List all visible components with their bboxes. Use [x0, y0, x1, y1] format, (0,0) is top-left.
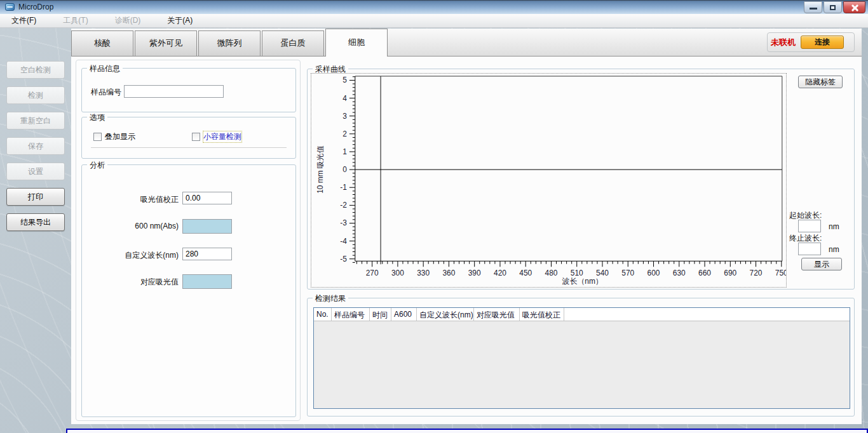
sidebar-button-4[interactable]: 设置	[6, 163, 65, 180]
col-sample-id: 样品编号	[332, 308, 370, 321]
svg-text:波长（nm）: 波长（nm）	[562, 277, 603, 286]
svg-text:0: 0	[342, 165, 347, 174]
tab-nucleic-acid[interactable]: 核酸	[71, 30, 133, 56]
col-corresponding-abs: 对应吸光值	[474, 308, 520, 321]
results-table[interactable]: No. 样品编号 时间 A600 自定义波长(nm) 对应吸光值 吸光值校正	[313, 307, 850, 409]
tab-cell[interactable]: 细胞	[325, 29, 388, 57]
svg-text:5: 5	[342, 76, 347, 84]
col-no: No.	[314, 308, 332, 321]
svg-text:480: 480	[545, 269, 558, 277]
minimize-icon	[810, 8, 817, 10]
options-group-label: 选项	[87, 112, 107, 123]
svg-text:4: 4	[342, 94, 347, 103]
corresponding-abs-label: 对应吸光值	[82, 277, 179, 288]
svg-text:330: 330	[417, 269, 430, 277]
title-bar: MicroDrop	[0, 0, 868, 14]
results-group: 检测结果 No. 样品编号 时间 A600 自定义波长(nm) 对应吸光值 吸光…	[307, 298, 855, 416]
svg-text:540: 540	[596, 269, 609, 277]
app-icon	[5, 3, 15, 11]
results-table-header: No. 样品编号 时间 A600 自定义波长(nm) 对应吸光值 吸光值校正	[314, 308, 850, 321]
start-wavelength-unit: nm	[829, 222, 839, 231]
options-group: 选项 叠加显示 小容量检测	[81, 117, 296, 159]
connection-status: 未联机	[771, 37, 796, 48]
sample-id-input[interactable]	[124, 85, 224, 98]
svg-text:1: 1	[342, 147, 347, 156]
connect-button[interactable]: 连接	[801, 36, 844, 49]
svg-text:2: 2	[342, 130, 347, 138]
checkbox-icon	[93, 133, 102, 141]
options-separator	[91, 147, 287, 148]
overlay-checkbox-label: 叠加显示	[105, 131, 135, 142]
menu-tools[interactable]: 工具(T)	[57, 13, 94, 28]
sidebar-button-3[interactable]: 保存	[6, 137, 65, 155]
menu-diagnosis[interactable]: 诊断(D)	[109, 13, 147, 28]
svg-text:-2: -2	[340, 201, 347, 210]
sidebar-button-0[interactable]: 空白检测	[6, 61, 65, 79]
small-volume-checkbox[interactable]: 小容量检测	[192, 131, 241, 142]
restore-button[interactable]	[824, 1, 842, 13]
svg-text:420: 420	[494, 269, 506, 277]
custom-wavelength-input[interactable]	[182, 248, 232, 260]
svg-text:720: 720	[750, 269, 763, 277]
svg-text:690: 690	[724, 269, 736, 277]
tab-strip: 核酸 紫外可见 微阵列 蛋白质 细胞 未联机 连接	[71, 29, 862, 56]
sidebar-button-2[interactable]: 重新空白	[6, 112, 65, 130]
sampling-curve-group: 采样曲线 543210-1-2-3-4-52703003303603904204…	[307, 69, 855, 290]
end-wavelength-unit: nm	[829, 245, 839, 254]
start-wavelength-input[interactable]	[798, 220, 821, 232]
checkbox-icon	[192, 133, 200, 141]
overlay-checkbox[interactable]: 叠加显示	[93, 131, 135, 142]
menu-file[interactable]: 文件(F)	[5, 13, 43, 28]
restore-icon	[830, 5, 836, 10]
svg-text:390: 390	[468, 269, 481, 277]
svg-text:510: 510	[571, 269, 583, 277]
footer-strip	[66, 429, 868, 433]
abs-correction-input[interactable]	[182, 192, 232, 204]
svg-text:630: 630	[673, 269, 686, 277]
tab-protein[interactable]: 蛋白质	[262, 30, 324, 56]
close-button[interactable]	[843, 1, 865, 13]
connection-panel: 未联机 连接	[767, 32, 855, 52]
col-abs-correction: 吸光值校正	[520, 308, 564, 321]
svg-text:270: 270	[366, 269, 379, 277]
svg-text:660: 660	[698, 269, 711, 277]
sidebar-button-6[interactable]: 结果导出	[6, 213, 65, 231]
hide-labels-button[interactable]: 隐藏标签	[798, 76, 843, 88]
a600-value-field	[182, 219, 232, 234]
small-volume-checkbox-label: 小容量检测	[203, 131, 241, 142]
main-area: 核酸 紫外可见 微阵列 蛋白质 细胞 未联机 连接 样品信息 样品编号 选项	[71, 29, 862, 424]
spectrum-chart: 543210-1-2-3-4-5270300330360390420450480…	[311, 73, 787, 288]
minimize-button[interactable]	[804, 1, 822, 13]
svg-text:360: 360	[442, 269, 455, 277]
svg-text:-3: -3	[340, 218, 347, 227]
tab-uv-vis[interactable]: 紫外可见	[135, 30, 197, 56]
analysis-group-label: 分析	[87, 160, 107, 171]
display-button[interactable]: 显示	[801, 258, 842, 270]
a600-label: 600 nm(Abs)	[82, 222, 179, 230]
results-group-label: 检测结果	[313, 293, 348, 304]
sample-info-group: 样品信息 样品编号	[81, 68, 296, 112]
tab-microarray[interactable]: 微阵列	[198, 30, 261, 56]
menu-about[interactable]: 关于(A)	[161, 13, 199, 28]
col-time: 时间	[370, 308, 391, 321]
svg-text:3: 3	[342, 112, 347, 121]
sidebar-button-1[interactable]: 检测	[6, 86, 65, 104]
sample-info-group-label: 样品信息	[87, 63, 123, 74]
sample-id-label: 样品编号	[91, 87, 121, 98]
menu-bar: 文件(F) 工具(T) 诊断(D) 关于(A)	[0, 14, 868, 28]
end-wavelength-input[interactable]	[798, 243, 821, 255]
sidebar-button-5[interactable]: 打印	[6, 188, 65, 206]
svg-text:300: 300	[391, 269, 404, 277]
window-title: MicroDrop	[18, 3, 53, 11]
corresponding-abs-field	[182, 274, 232, 289]
svg-text:750: 750	[775, 269, 786, 277]
svg-text:600: 600	[648, 269, 660, 277]
svg-text:10 mm 吸光值: 10 mm 吸光值	[316, 145, 325, 194]
svg-text:-1: -1	[340, 183, 347, 192]
col-a600: A600	[391, 308, 417, 321]
app-window: MicroDrop 文件(F) 工具(T) 诊断(D) 关于(A) 空白检测 检…	[0, 0, 868, 433]
svg-text:-5: -5	[340, 255, 347, 263]
svg-text:450: 450	[519, 269, 532, 277]
svg-text:570: 570	[621, 269, 634, 277]
left-panel: 样品信息 样品编号 选项 叠加显示 小容量检测	[76, 60, 301, 421]
